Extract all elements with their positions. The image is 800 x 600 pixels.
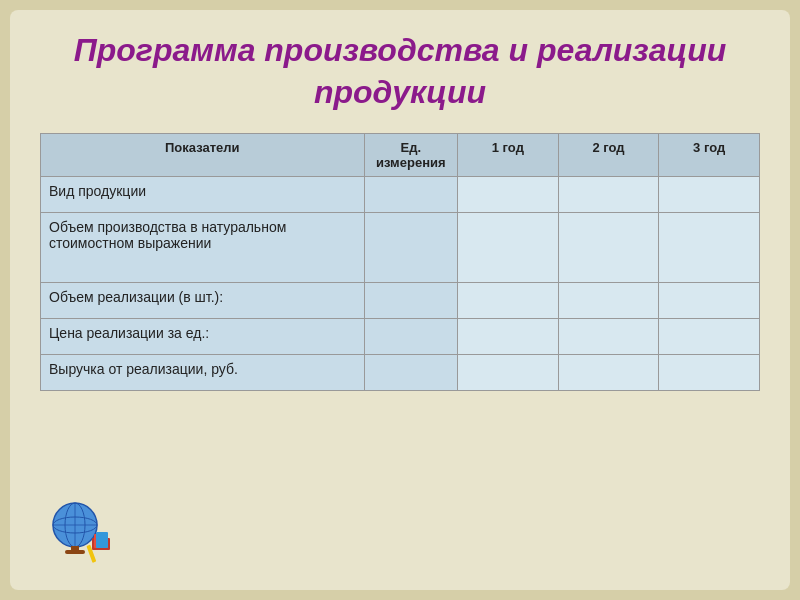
header-year2: 2 год	[558, 134, 659, 177]
header-year1: 1 год	[458, 134, 559, 177]
cell-year3-2	[659, 283, 760, 319]
svg-rect-6	[65, 550, 85, 554]
table-row: Вид продукции	[41, 177, 760, 213]
cell-year2-1	[558, 213, 659, 283]
cell-year1-0	[458, 177, 559, 213]
slide-container: Программа производства и реализации прод…	[10, 10, 790, 590]
cell-units-4	[364, 355, 457, 391]
cell-indicator-3: Цена реализации за ед.:	[41, 319, 365, 355]
cell-year3-4	[659, 355, 760, 391]
cell-indicator-4: Выручка от реализации, руб.	[41, 355, 365, 391]
cell-year1-4	[458, 355, 559, 391]
table-row: Выручка от реализации, руб.	[41, 355, 760, 391]
table-header-row: Показатели Ед. измерения 1 год 2 год 3 г…	[41, 134, 760, 177]
table-body: Вид продукцииОбъем производства в натура…	[41, 177, 760, 391]
main-table: Показатели Ед. измерения 1 год 2 год 3 г…	[40, 133, 760, 391]
header-units: Ед. измерения	[364, 134, 457, 177]
cell-year2-4	[558, 355, 659, 391]
cell-units-0	[364, 177, 457, 213]
table-row: Объем реализации (в шт.):	[41, 283, 760, 319]
decorative-icon-area	[40, 490, 120, 570]
cell-year3-0	[659, 177, 760, 213]
cell-indicator-0: Вид продукции	[41, 177, 365, 213]
table-row: Цена реализации за ед.:	[41, 319, 760, 355]
header-indicators: Показатели	[41, 134, 365, 177]
cell-indicator-2: Объем реализации (в шт.):	[41, 283, 365, 319]
svg-rect-9	[96, 532, 108, 548]
cell-year3-3	[659, 319, 760, 355]
cell-indicator-1: Объем производства в натуральном стоимос…	[41, 213, 365, 283]
cell-year3-1	[659, 213, 760, 283]
cell-year2-2	[558, 283, 659, 319]
cell-units-3	[364, 319, 457, 355]
cell-year1-1	[458, 213, 559, 283]
table-row: Объем производства в натуральном стоимос…	[41, 213, 760, 283]
cell-units-1	[364, 213, 457, 283]
slide-bottom	[40, 490, 760, 570]
table-wrapper: Показатели Ед. измерения 1 год 2 год 3 г…	[40, 133, 760, 391]
header-year3: 3 год	[659, 134, 760, 177]
cell-units-2	[364, 283, 457, 319]
cell-year1-2	[458, 283, 559, 319]
cell-year1-3	[458, 319, 559, 355]
cell-year2-0	[558, 177, 659, 213]
globe-books-icon	[40, 490, 120, 570]
page-title: Программа производства и реализации прод…	[40, 30, 760, 113]
cell-year2-3	[558, 319, 659, 355]
